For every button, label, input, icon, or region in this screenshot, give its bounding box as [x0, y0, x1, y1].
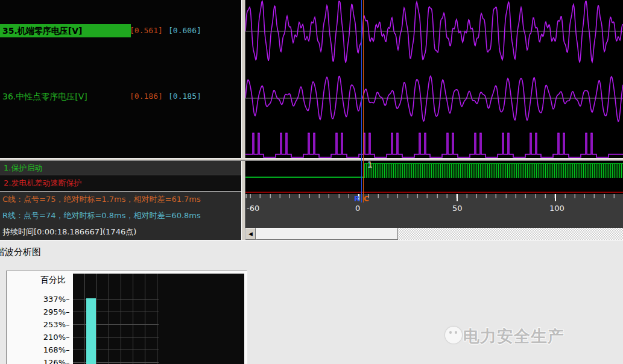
c-cursor-mark[interactable]: C [364, 195, 369, 203]
analog-digital-separator[interactable] [0, 158, 623, 161]
harmonic-bar [86, 298, 96, 364]
signal-36-value-r: [0.185] [168, 90, 201, 103]
axis-label-minus60: -60 [247, 204, 259, 213]
digital-trace-zone: 1 [245, 161, 623, 194]
waveform-viewer-top-section: 35.机端零序电压[V] [0.561] [0.606] 36.中性点零序电压[… [0, 0, 623, 240]
ytick-337: 337% [15, 295, 69, 304]
digital-channel-2-label[interactable]: 2.发电机差动速断保护 [0, 176, 241, 190]
time-axis: -60 0 50 100 R C ◀ [245, 194, 623, 228]
vertical-splitter[interactable] [241, 0, 245, 240]
section-title: 谐波分析图 [0, 246, 41, 258]
signal-35-label[interactable]: 35.机端零序电压[V] [0, 24, 131, 37]
ytick-210: 210% [15, 333, 69, 342]
signal-35-value-c: [0.561] [130, 24, 163, 37]
signal-label-panel: 35.机端零序电压[V] [0.561] [0.606] 36.中性点零序电压[… [0, 0, 241, 240]
signal-36-value-c: [0.186] [130, 90, 163, 103]
ytick-168: 168% [15, 345, 69, 354]
digital-2-low-trace [245, 192, 623, 193]
signal-35-value-r: [0.606] [168, 24, 201, 37]
digital-channel-1-label[interactable]: 1.保护启动 [0, 161, 241, 175]
analog-waveforms [245, 0, 623, 158]
digital-1-high-trace [364, 163, 623, 178]
axis-minor-ticks [245, 194, 623, 198]
harmonic-chart-panel: 百分比 337% 295% 253% 210% 168% 126% [6, 271, 247, 364]
c-cursor-line[interactable] [363, 0, 364, 202]
digital-event-label: 1 [367, 160, 373, 169]
waveform-plot-pane[interactable]: 1 -60 0 50 100 R C ◀ [245, 0, 623, 240]
axis-tick-100 [555, 194, 556, 201]
horizontal-scrollbar[interactable]: ◀ [245, 228, 623, 240]
axis-tick-50 [457, 194, 458, 201]
ytick-253: 253% [15, 320, 69, 329]
r-cursor-info: R线：点号=74，绝对时标=0.8ms，相对时差=60.8ms [2, 208, 241, 224]
scrollbar-left-arrow[interactable]: ◀ [245, 228, 256, 240]
axis-label-100: 100 [549, 204, 564, 213]
axis-label-0: 0 [355, 204, 360, 213]
harmonic-bar-plot [73, 274, 244, 364]
ytick-126: 126% [15, 358, 69, 364]
signal-36-label[interactable]: 36.中性点零序电压[V] [2, 90, 87, 103]
cursor-info-panel: C线：点号=75，绝对时标=1.7ms，相对时差=61.7ms R线：点号=74… [0, 191, 241, 240]
axis-label-50: 50 [452, 204, 463, 213]
ytick-295: 295% [15, 307, 69, 316]
chart-ylabel: 百分比 [40, 275, 66, 286]
duration-info: 持续时间[0:00:18.186667](1746点) [2, 224, 241, 240]
r-cursor-mark[interactable]: R [354, 195, 359, 203]
scrollbar-thumb[interactable] [256, 228, 398, 240]
r-cursor-line[interactable] [361, 0, 362, 202]
signal-row-35[interactable]: 35.机端零序电压[V] [0.561] [0.606] [0, 24, 241, 37]
harmonic-analysis-section: 谐波分析图 百分比 337% 295% 253% 210% 168% 126% … [0, 240, 623, 364]
digital-1-low-trace [245, 177, 365, 178]
c-cursor-info: C线：点号=75，绝对时标=1.7ms，相对时差=61.7ms [2, 192, 241, 207]
signal-row-36[interactable]: 36.中性点零序电压[V] [0.186] [0.185] [0, 90, 241, 103]
